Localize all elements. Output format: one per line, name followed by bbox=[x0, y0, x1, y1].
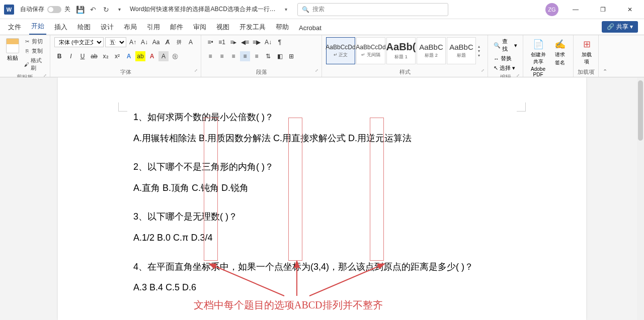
style-title[interactable]: AaBbC标题 bbox=[447, 37, 476, 64]
tab-devtools[interactable]: 开发工具 bbox=[237, 20, 268, 35]
copy-button[interactable]: ⎘复制 bbox=[23, 47, 46, 55]
share-button[interactable]: 🔗 共享 ▾ bbox=[602, 21, 638, 33]
numbering-button[interactable]: ≡1 bbox=[217, 37, 227, 47]
answer-1: A.用辗转相除法 B.用质因数分解法 C.用直接求解公式 D.用逆元运算法 bbox=[133, 129, 511, 149]
document-content[interactable]: 1、如何求两个数的最小公倍数( )？ A.用辗转相除法 B.用质因数分解法 C.… bbox=[133, 108, 511, 298]
style-normal[interactable]: AaBbCcDd↵ 正文 bbox=[326, 37, 355, 64]
minimize-button[interactable]: — bbox=[566, 2, 586, 17]
italic-button[interactable]: I bbox=[66, 51, 76, 61]
increase-font-icon[interactable]: A↑ bbox=[128, 37, 138, 47]
tab-help[interactable]: 帮助 bbox=[274, 20, 291, 35]
clear-format-icon[interactable]: A̸ bbox=[163, 37, 173, 47]
bold-button[interactable]: B bbox=[54, 51, 64, 61]
decrease-font-icon[interactable]: A↓ bbox=[139, 37, 149, 47]
ribbon-tabs: 文件 开始 插入 绘图 设计 布局 引用 邮件 审阅 视图 开发工具 帮助 Ac… bbox=[0, 19, 644, 35]
undo-icon[interactable]: ↶ bbox=[89, 5, 98, 14]
cursor-icon: ↖ bbox=[494, 65, 498, 71]
strikethrough-button[interactable]: ab bbox=[89, 51, 99, 61]
addins-button[interactable]: ⊞ 加载项 bbox=[578, 37, 596, 66]
decrease-indent-button[interactable]: ◀≡ bbox=[240, 37, 250, 47]
brush-icon: 🖌 bbox=[24, 61, 29, 67]
sort-button[interactable]: A↓ bbox=[263, 37, 273, 47]
cut-button[interactable]: ✂剪切 bbox=[23, 37, 46, 46]
maximize-button[interactable]: ❐ bbox=[593, 2, 613, 17]
select-button[interactable]: ↖选择 ▾ bbox=[492, 64, 519, 72]
style-heading1[interactable]: AaBb(标题 1 bbox=[386, 37, 416, 64]
paste-button[interactable]: 粘贴 bbox=[4, 37, 21, 63]
style-heading2[interactable]: AaBbC标题 2 bbox=[417, 37, 446, 64]
tab-review[interactable]: 审阅 bbox=[191, 20, 208, 35]
margin-corner-tr bbox=[517, 102, 526, 112]
pdf-icon: 📄 bbox=[532, 38, 544, 50]
question-4: 4、在平面直角坐标系中，如果一个点坐标为(3,4)，那么该点到原点的距离是多少(… bbox=[133, 257, 511, 277]
subscript-button[interactable]: x₂ bbox=[101, 51, 111, 61]
highlight-button[interactable]: ab bbox=[135, 51, 145, 61]
tab-view[interactable]: 视图 bbox=[214, 20, 231, 35]
close-button[interactable]: ✕ bbox=[620, 2, 640, 17]
qat-more-icon[interactable]: ▾ bbox=[115, 5, 124, 14]
save-icon[interactable]: 💾 bbox=[75, 5, 85, 14]
distribute-button[interactable]: ≡ bbox=[252, 51, 262, 61]
annotation-caption: 文档中每个题目的选项ABCD排列并不整齐 bbox=[194, 298, 383, 312]
autosave-state: 关 bbox=[64, 5, 70, 14]
group-label-addins: 加载项 bbox=[578, 67, 594, 76]
font-size-select[interactable]: 五号 bbox=[105, 37, 126, 47]
collapse-ribbon-button[interactable]: ⌃ bbox=[599, 35, 611, 77]
align-right-button[interactable]: ≡ bbox=[228, 51, 238, 61]
enclose-char-icon[interactable]: ㊟ bbox=[170, 51, 180, 61]
text-effects-icon[interactable]: A bbox=[124, 51, 134, 61]
align-left-button[interactable]: ≡ bbox=[205, 51, 215, 61]
phonetic-guide-icon[interactable]: 拼 bbox=[174, 37, 184, 47]
toggle-switch[interactable] bbox=[47, 6, 61, 13]
user-avatar[interactable]: ZG bbox=[545, 3, 558, 16]
char-shading-icon[interactable]: A bbox=[158, 51, 169, 61]
char-border-icon[interactable]: A bbox=[186, 37, 196, 47]
answer-2: A.直角 B.顶角 C.钝角 D.锐角 bbox=[133, 178, 511, 198]
replace-button[interactable]: ↔替换 bbox=[492, 54, 519, 63]
request-sign-button[interactable]: ✍ 请求 签名 bbox=[551, 37, 569, 67]
font-name-select[interactable]: 宋体 (中文正文) bbox=[54, 37, 104, 47]
tab-design[interactable]: 设计 bbox=[99, 20, 116, 35]
line-spacing-button[interactable]: ⇅ bbox=[263, 51, 273, 61]
tab-references[interactable]: 引用 bbox=[145, 20, 162, 35]
justify-button[interactable]: ≡ bbox=[240, 51, 250, 61]
group-adobe: 📄 创建并共享 Adobe PDF ✍ 请求 签名 Adobe Acrobat bbox=[523, 35, 574, 77]
title-dropdown-icon[interactable]: ▾ bbox=[285, 7, 287, 12]
tab-acrobat[interactable]: Acrobat bbox=[297, 21, 324, 35]
tab-home[interactable]: 开始 bbox=[29, 19, 46, 35]
tab-insert[interactable]: 插入 bbox=[52, 20, 69, 35]
increase-indent-button[interactable]: ≡▶ bbox=[252, 37, 262, 47]
group-styles: AaBbCcDd↵ 正文 AaBbCcDd↵ 无间隔 AaBb(标题 1 AaB… bbox=[322, 35, 488, 77]
tab-file[interactable]: 文件 bbox=[6, 20, 23, 35]
group-label-font: 字体 bbox=[54, 67, 197, 76]
find-button[interactable]: 🔍查找 ▾ bbox=[492, 37, 519, 53]
question-1: 1、如何求两个数的最小公倍数( )？ bbox=[133, 108, 511, 128]
autosave-toggle[interactable]: 自动保存 关 bbox=[20, 5, 70, 14]
bullets-button[interactable]: ≡• bbox=[205, 37, 215, 47]
redo-icon[interactable]: ↻ bbox=[102, 5, 111, 14]
paste-icon bbox=[6, 38, 19, 53]
style-nospacing[interactable]: AaBbCcDd↵ 无间隔 bbox=[356, 37, 385, 64]
shading-button[interactable]: ◧ bbox=[275, 51, 285, 61]
create-pdf-button[interactable]: 📄 创建并共享 Adobe PDF bbox=[527, 37, 549, 78]
change-case-icon[interactable]: Aa bbox=[151, 37, 161, 47]
page[interactable]: 1、如何求两个数的最小公倍数( )？ A.用辗转相除法 B.用质因数分解法 C.… bbox=[58, 77, 586, 320]
tab-mailings[interactable]: 邮件 bbox=[168, 20, 185, 35]
tab-draw[interactable]: 绘图 bbox=[75, 20, 93, 35]
scissors-icon: ✂ bbox=[24, 39, 30, 45]
multilevel-list-button[interactable]: ≡▸ bbox=[228, 37, 238, 47]
format-painter-button[interactable]: 🖌格式刷 bbox=[23, 56, 46, 72]
search-input[interactable]: 🔍 搜索 bbox=[297, 3, 448, 16]
align-center-button[interactable]: ≡ bbox=[217, 51, 227, 61]
borders-button[interactable]: ⊞ bbox=[286, 51, 296, 61]
tab-layout[interactable]: 布局 bbox=[122, 20, 139, 35]
title-bar: W 自动保存 关 💾 ↶ ↻ ▾ Word如何快速将竖排的选择题ABCD选项合并… bbox=[0, 0, 644, 19]
underline-button[interactable]: U bbox=[77, 51, 88, 61]
font-color-button[interactable]: A bbox=[147, 51, 157, 61]
style-gallery-more[interactable]: ▴▾▾ bbox=[477, 43, 484, 59]
show-marks-button[interactable]: ¶ bbox=[275, 37, 285, 47]
scroll-thumb[interactable] bbox=[638, 80, 643, 141]
vertical-scrollbar[interactable] bbox=[637, 77, 644, 320]
group-label-styles: 样式 bbox=[326, 67, 484, 76]
superscript-button[interactable]: x² bbox=[112, 51, 122, 61]
